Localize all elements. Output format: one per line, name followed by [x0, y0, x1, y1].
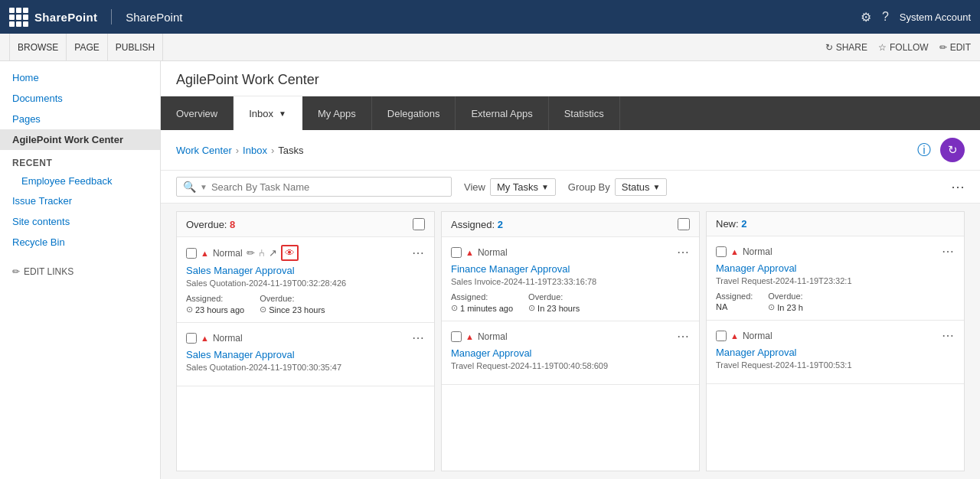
task-card: ▲ Normal ✏ ⑃ ↗ 👁 ⋯ Sales Manager Approva…: [177, 237, 434, 323]
task-checkbox[interactable]: [186, 248, 197, 259]
task-card: ▲ Normal ⋯ Manager Approval Travel Reque…: [707, 321, 964, 384]
eye-icon[interactable]: 👁: [281, 245, 299, 261]
sidebar-item-employee-feedback[interactable]: Employee Feedback: [0, 171, 160, 191]
info-icon[interactable]: ⓘ: [917, 141, 931, 159]
more-options-button[interactable]: ⋯: [951, 178, 965, 195]
sidebar-item-agilepoint[interactable]: AgilePoint Work Center: [0, 129, 160, 150]
more-actions-icon[interactable]: ⋯: [412, 331, 425, 345]
breadcrumb-workcenter[interactable]: Work Center: [176, 145, 232, 156]
task-checkbox[interactable]: [186, 333, 197, 344]
more-actions-icon[interactable]: ⋯: [677, 245, 690, 259]
task-title[interactable]: Sales Manager Approval: [186, 349, 425, 360]
share-action[interactable]: ↻ SHARE: [825, 42, 867, 53]
column-assigned-header: Assigned: 2: [442, 212, 699, 237]
more-actions-icon[interactable]: ⋯: [677, 329, 690, 344]
search-input[interactable]: [211, 181, 445, 193]
task-checkbox[interactable]: [716, 246, 727, 257]
assigned-meta: Assigned: ⊙ 23 hours ago: [186, 294, 244, 314]
task-meta: Assigned: ⊙ 23 hours ago Overdue: ⊙: [186, 294, 425, 314]
column-overdue: Overdue: 8 ▲ Normal ✏ ⑃ ↗ 👁: [176, 211, 435, 471]
app-name[interactable]: SharePoint: [34, 11, 97, 24]
assigned-meta: Assigned: NA: [716, 292, 753, 312]
task-checkbox[interactable]: [716, 331, 727, 341]
edit-action[interactable]: ✏ EDIT: [939, 42, 971, 53]
breadcrumb-inbox[interactable]: Inbox: [243, 145, 267, 156]
sidebar-item-site-contents[interactable]: Site contents: [0, 211, 160, 232]
sidebar-item-issue-tracker[interactable]: Issue Tracker: [0, 191, 160, 211]
more-actions-icon[interactable]: ⋯: [412, 246, 425, 260]
help-icon[interactable]: ?: [882, 10, 889, 24]
site-name: SharePoint: [126, 11, 182, 24]
task-title[interactable]: Sales Manager Approval: [186, 265, 425, 276]
task-card: ▲ Normal ⋯ Sales Manager Approval Sales …: [177, 323, 434, 386]
assigned-select-all[interactable]: [678, 218, 690, 230]
refresh-button[interactable]: ↻: [940, 138, 965, 162]
task-meta: Assigned: ⊙ 1 minutes ago Overdue: ⊙: [451, 292, 690, 313]
task-meta: Assigned: NA Overdue: ⊙ In 23 h: [716, 292, 955, 312]
task-columns: Overdue: 8 ▲ Normal ✏ ⑃ ↗ 👁: [161, 204, 980, 479]
task-subtitle: Sales Quotation-2024-11-19T00:32:28:426: [186, 279, 425, 288]
groupby-dropdown[interactable]: Status ▼: [615, 178, 668, 196]
sidebar-item-pages[interactable]: Pages: [0, 109, 160, 129]
view-label: View: [464, 181, 485, 193]
task-card-header: ▲ Normal ⋯: [716, 244, 955, 259]
assigned-meta: Assigned: ⊙ 1 minutes ago: [451, 292, 513, 313]
view-dropdown[interactable]: My Tasks ▼: [490, 178, 556, 196]
task-title[interactable]: Manager Approval: [451, 347, 690, 359]
sidebar-item-home[interactable]: Home: [0, 67, 160, 88]
task-title[interactable]: Finance Manager Approval: [451, 263, 690, 275]
tab-myapps[interactable]: My Apps: [302, 96, 372, 130]
task-title[interactable]: Manager Approval: [716, 347, 955, 358]
tab-statistics[interactable]: Statistics: [549, 96, 620, 130]
edit-task-icon[interactable]: ✏: [247, 247, 255, 259]
sidebar: Home Documents Pages AgilePoint Work Cen…: [0, 61, 161, 479]
column-overdue-title: Overdue: 8: [186, 219, 413, 230]
tab-delegations[interactable]: Delegations: [372, 96, 456, 130]
account-label[interactable]: System Account: [900, 11, 971, 23]
task-subtitle: Travel Request-2024-11-19T00:40:58:609: [451, 361, 690, 370]
overdue-count: 8: [230, 219, 235, 230]
task-card: ▲ Normal ⋯ Finance Manager Approval Sale…: [442, 237, 699, 321]
sidebar-item-documents[interactable]: Documents: [0, 88, 160, 109]
work-center-inner: Work Center › Inbox › Tasks ⓘ ↻ 🔍 ▼: [161, 130, 980, 479]
tab-inbox[interactable]: Inbox ▼: [234, 96, 302, 130]
overdue-select-all[interactable]: [413, 218, 425, 230]
priority-label: Normal: [213, 333, 243, 344]
tab-external-apps[interactable]: External Apps: [456, 96, 548, 130]
priority-up-icon: ▲: [201, 334, 209, 343]
new-count: 2: [741, 218, 746, 230]
delegate-icon[interactable]: ⑃: [259, 247, 265, 259]
search-box[interactable]: 🔍 ▼: [176, 177, 452, 197]
waffle-icon[interactable]: [9, 8, 28, 27]
priority-label: Normal: [478, 247, 508, 258]
sidebar-recent-label: Recent: [0, 150, 160, 171]
overdue-meta: Overdue: ⊙ In 23 hours: [528, 292, 580, 313]
sidebar-edit-links[interactable]: ✏ EDIT LINKS: [0, 259, 160, 285]
sidebar-item-recycle-bin[interactable]: Recycle Bin: [0, 232, 160, 253]
nav-browse[interactable]: BROWSE: [9, 34, 67, 61]
task-card-header: ▲ Normal ⋯: [186, 331, 425, 345]
more-actions-icon[interactable]: ⋯: [942, 244, 955, 259]
clock-icon-2: ⊙: [528, 303, 535, 313]
priority-up-icon: ▲: [730, 247, 739, 256]
follow-action[interactable]: ☆ FOLLOW: [878, 42, 929, 53]
tab-overview[interactable]: Overview: [161, 96, 234, 130]
search-dropdown-arrow[interactable]: ▼: [200, 183, 207, 191]
top-bar-right: ⚙ ? System Account: [861, 10, 971, 24]
task-checkbox[interactable]: [451, 247, 462, 258]
settings-icon[interactable]: ⚙: [861, 10, 871, 24]
column-assigned-title: Assigned: 2: [451, 219, 678, 230]
groupby-label: Group By: [568, 181, 610, 193]
task-subtitle: Sales Invoice-2024-11-19T23:33:16:78: [451, 277, 690, 286]
priority-label: Normal: [743, 246, 773, 257]
priority-up-icon: ▲: [466, 332, 474, 341]
nav-page[interactable]: PAGE: [67, 34, 107, 61]
priority-label: Normal: [213, 248, 243, 259]
more-actions-icon[interactable]: ⋯: [942, 328, 955, 343]
task-title[interactable]: Manager Approval: [716, 262, 955, 274]
nav-publish[interactable]: PUBLISH: [108, 34, 163, 61]
task-checkbox[interactable]: [451, 331, 462, 342]
link-icon[interactable]: ↗: [269, 247, 277, 259]
logo-area: SharePoint SharePoint: [9, 8, 182, 27]
clock-icon: ⊙: [768, 302, 775, 312]
